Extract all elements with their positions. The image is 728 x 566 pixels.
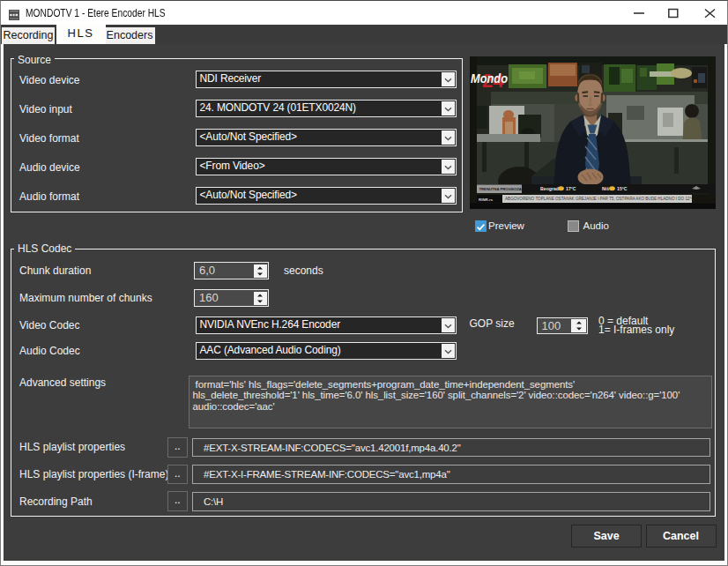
- svg-text:Beograd: Beograd: [540, 186, 559, 191]
- svg-text:ABGOVORENO TOPLANE OSTANAK GRE: ABGOVORENO TOPLANE OSTANAK GREJANJE I PA…: [505, 197, 695, 201]
- svg-text:RINR.rs: RINR.rs: [479, 197, 494, 202]
- svg-text:TRENUTNA PROGNOZA: TRENUTNA PROGNOZA: [479, 187, 522, 191]
- svg-text:Niš: Niš: [602, 186, 609, 191]
- svg-text:17°C: 17°C: [566, 186, 576, 191]
- svg-text:Mondo: Mondo: [471, 71, 508, 86]
- svg-text:15°C: 15°C: [617, 186, 628, 191]
